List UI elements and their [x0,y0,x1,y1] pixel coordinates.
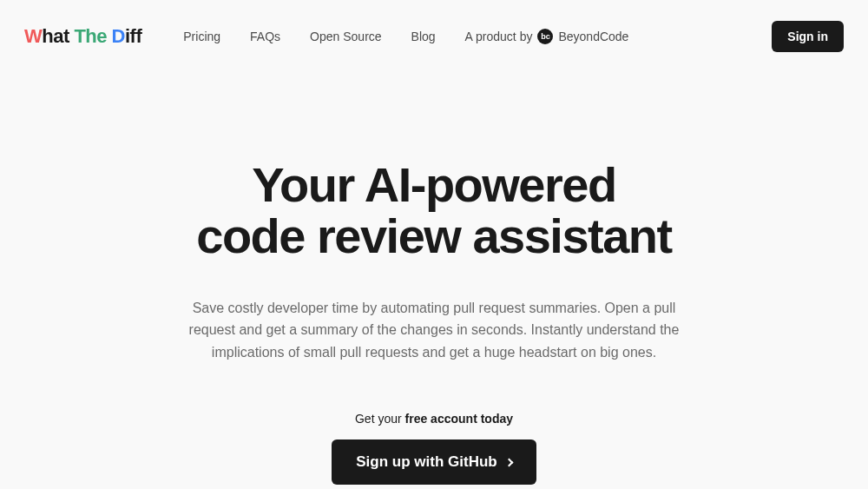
header-left: What The Diff Pricing FAQs Open Source B… [24,25,628,48]
logo-letters-iff: iff [125,25,141,47]
product-by-link[interactable]: A product by bc BeyondCode [465,29,629,44]
nav-pricing[interactable]: Pricing [183,30,220,43]
main-nav: Pricing FAQs Open Source Blog A product … [183,29,628,44]
beyondcode-icon: bc [537,29,553,44]
cta-section: Get your free account today Sign up with… [87,412,781,489]
chevron-right-icon [504,458,513,466]
hero-section: Your AI-powered code review assistant Sa… [87,73,781,489]
logo-letter-d: D [112,25,125,47]
nav-faqs[interactable]: FAQs [250,30,280,43]
signup-github-button[interactable]: Sign up with GitHub [332,439,536,485]
beyondcode-text: BeyondCode [558,30,628,43]
hero-title: Your AI-powered code review assistant [87,160,781,262]
header: What The Diff Pricing FAQs Open Source B… [0,0,868,73]
signin-button[interactable]: Sign in [772,21,844,52]
logo-letters-hat: hat [42,25,69,47]
nav-open-source[interactable]: Open Source [310,30,382,43]
nav-blog[interactable]: Blog [411,30,436,43]
hero-title-line2: code review assistant [196,208,671,263]
product-by-text: A product by [465,30,533,43]
logo-letter-w: W [24,25,42,47]
logo-word-the: The [69,25,112,47]
cta-prompt-prefix: Get your [355,412,405,426]
hero-title-line1: Your AI-powered [252,157,615,212]
cta-prompt-bold: free account today [405,412,513,426]
logo[interactable]: What The Diff [24,25,141,48]
cta-prompt: Get your free account today [87,412,781,426]
github-button-label: Sign up with GitHub [356,453,496,471]
hero-subtitle: Save costly developer time by automating… [174,297,694,364]
